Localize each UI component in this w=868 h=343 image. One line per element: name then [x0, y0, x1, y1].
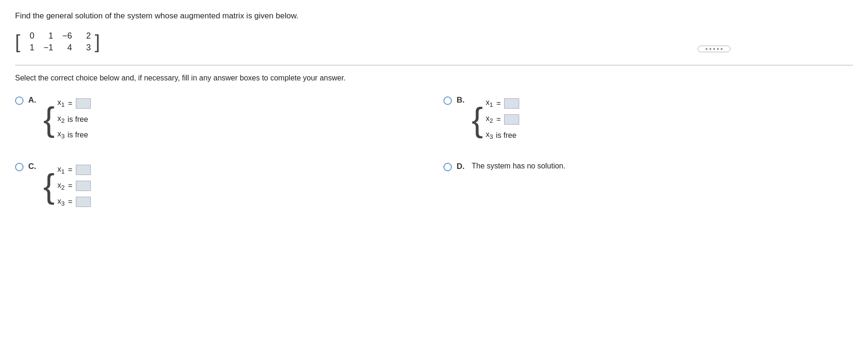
choice-B-label: B. [457, 96, 467, 105]
choice-B-system: { x1 = x2 = x3 [472, 96, 519, 143]
choices-container: A. { x1 = x2 is free [15, 96, 853, 210]
system-line-C-x3: x3 = [57, 197, 91, 207]
matrix-cell: 2 [80, 31, 91, 41]
equals: = [68, 99, 72, 108]
sub-C2: 2 [61, 184, 64, 191]
sub-B2: 2 [490, 118, 493, 125]
augmented-matrix: [ 0 1 −6 2 1 −1 4 3 ] [15, 29, 100, 55]
dot [713, 48, 715, 50]
choice-B-radio[interactable] [443, 96, 452, 105]
matrix-cell: 1 [24, 43, 34, 53]
sub-2: 2 [61, 117, 64, 124]
dot [717, 48, 719, 50]
choice-C-system: { x1 = x2 = x3 [43, 162, 91, 210]
matrix-cell: 3 [80, 43, 91, 53]
sub-B3: 3 [490, 133, 493, 140]
choice-D: D. The system has no solution. [443, 162, 853, 210]
question-text: Find the general solution of the system … [15, 11, 853, 21]
choice-A-system: { x1 = x2 is free x3 [43, 96, 91, 143]
dot [706, 48, 707, 50]
var-B-x2: x2 [486, 114, 493, 124]
var-C-x3: x3 [57, 197, 64, 207]
sub-C3: 3 [61, 200, 64, 207]
var-x3: x3 [57, 130, 64, 140]
var-B-x3: x3 [486, 130, 493, 140]
answer-box-C-x2[interactable] [76, 181, 91, 191]
choice-A-radio[interactable] [15, 96, 24, 105]
choice-C: C. { x1 = x2 = [15, 162, 425, 210]
dot [721, 48, 723, 50]
answer-box-C-x3[interactable] [76, 197, 91, 207]
equals-C3: = [68, 198, 72, 206]
matrix-row-2: 1 −1 4 3 [24, 43, 91, 53]
answer-box-C-x1[interactable] [76, 165, 91, 175]
choice-B: B. { x1 = x2 = [443, 96, 853, 143]
answer-box-B-x2[interactable] [504, 114, 519, 125]
system-line-x3: x3 is free [57, 130, 91, 140]
is-free-B-x3: is free [496, 131, 516, 140]
system-line-x2: x2 is free [57, 114, 91, 124]
matrix-bracket-right: ] [95, 32, 100, 51]
answer-box-A-x1[interactable] [76, 98, 91, 109]
choice-A-label: A. [28, 96, 39, 105]
equals-B2: = [496, 115, 500, 124]
system-line-B-x2: x2 = [486, 114, 519, 125]
var-x2: x2 [57, 114, 64, 124]
matrix-cell: 1 [43, 31, 53, 41]
divider [15, 65, 853, 65]
system-line-C-x1: x1 = [57, 165, 91, 175]
choice-C-label: C. [28, 162, 39, 171]
system-line-C-x2: x2 = [57, 181, 91, 191]
choice-D-label: D. [457, 162, 467, 171]
choice-D-radio[interactable] [443, 163, 452, 171]
sub-1: 1 [61, 102, 64, 109]
var-C-x2: x2 [57, 181, 64, 191]
var-B-x1: x1 [486, 98, 493, 108]
matrix-row-1: 0 1 −6 2 [24, 31, 91, 41]
sub-C1: 1 [61, 168, 64, 175]
equals-C1: = [68, 166, 72, 174]
choice-A: A. { x1 = x2 is free [15, 96, 425, 143]
is-free-A-x3: is free [67, 131, 88, 139]
dot [709, 48, 711, 50]
dots-indicator[interactable] [698, 43, 731, 52]
is-free-A-x2: is free [67, 115, 88, 124]
system-line-B-x1: x1 = [486, 98, 519, 109]
answer-box-B-x1[interactable] [504, 98, 519, 109]
system-line-B-x3: x3 is free [486, 130, 519, 140]
choice-C-radio[interactable] [15, 163, 24, 171]
matrix-cell: −6 [62, 31, 72, 41]
var-x1: x1 [57, 98, 64, 108]
matrix-cell: 4 [62, 43, 72, 53]
choice-D-text: The system has no solution. [472, 162, 565, 170]
instruction-text: Select the correct choice below and, if … [15, 74, 853, 82]
brace-left-B: { [472, 103, 483, 136]
brace-left: { [43, 102, 55, 136]
equals-C2: = [68, 182, 72, 190]
matrix-cell: 0 [24, 31, 34, 41]
matrix-bracket-left: [ [15, 32, 20, 51]
sub-B1: 1 [490, 102, 493, 109]
brace-left-C: { [43, 169, 55, 203]
equals-B1: = [496, 99, 500, 108]
var-C-x1: x1 [57, 165, 64, 175]
system-line-x1: x1 = [57, 98, 91, 109]
sub-3: 3 [61, 133, 64, 140]
matrix-cell: −1 [43, 43, 53, 53]
